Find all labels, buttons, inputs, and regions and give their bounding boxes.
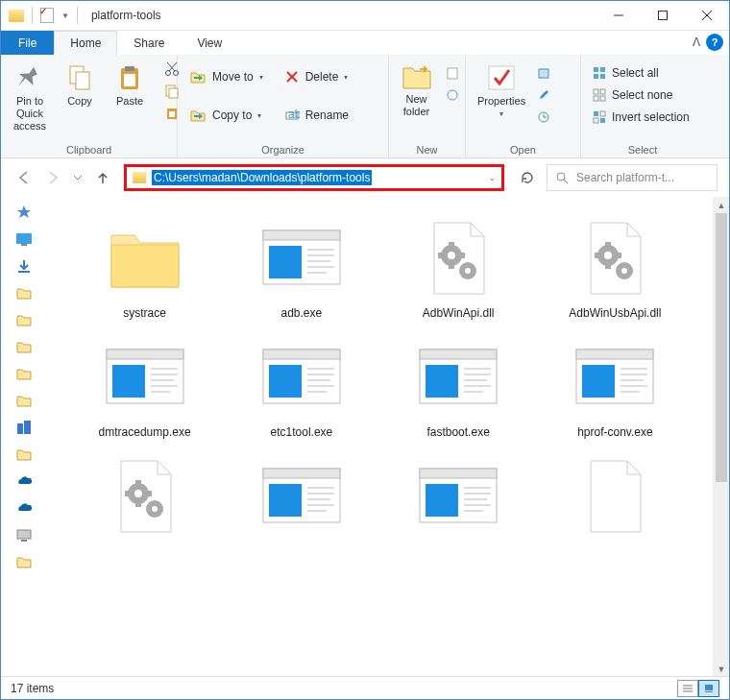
folder-icon[interactable] xyxy=(15,366,33,381)
tab-share[interactable]: Share xyxy=(117,31,181,55)
address-path[interactable]: C:\Users\madan\Downloads\platform-tools xyxy=(152,170,372,185)
svg-rect-41 xyxy=(17,423,23,434)
svg-rect-46 xyxy=(263,230,340,240)
invert-selection-button[interactable]: Invert selection xyxy=(587,107,695,128)
back-button[interactable] xyxy=(12,166,36,189)
folder-icon[interactable] xyxy=(15,285,33,301)
scroll-down-button[interactable]: ▼ xyxy=(714,661,729,677)
svg-rect-8 xyxy=(124,74,135,86)
titlebar-left: ▼ platform-tools xyxy=(1,7,161,24)
move-to-button[interactable]: Move to ▾ xyxy=(183,66,269,87)
folder-icon[interactable] xyxy=(15,554,33,569)
folder-icon xyxy=(9,10,24,22)
file-item[interactable]: etc1tool.exe xyxy=(227,331,376,443)
forward-button[interactable] xyxy=(41,166,64,189)
edit-button[interactable] xyxy=(535,84,552,106)
file-item[interactable] xyxy=(541,450,690,548)
minimize-button[interactable] xyxy=(596,1,641,31)
file-item[interactable] xyxy=(227,450,376,548)
file-item[interactable]: systrace xyxy=(70,212,219,324)
divider xyxy=(32,7,33,24)
file-item[interactable] xyxy=(384,450,533,548)
file-item[interactable] xyxy=(70,450,219,548)
svg-rect-16 xyxy=(169,111,175,117)
ribbon-group-organize: Move to ▾ Copy to ▾ Delete ▾ ab Rename O… xyxy=(178,55,389,157)
svg-rect-22 xyxy=(489,66,514,89)
scroll-up-button[interactable]: ▲ xyxy=(714,197,729,213)
file-item[interactable]: AdbWinUsbApi.dll xyxy=(541,212,690,324)
file-thumb-exe-icon xyxy=(99,335,191,420)
file-item[interactable]: dmtracedump.exe xyxy=(70,331,219,443)
svg-rect-5 xyxy=(76,72,89,89)
move-icon xyxy=(189,68,207,85)
history-button[interactable] xyxy=(535,107,552,128)
navigation-pane[interactable] xyxy=(1,197,47,677)
file-name: AdbWinApi.dll xyxy=(423,306,495,320)
file-thumb-dll-icon xyxy=(412,216,504,301)
recent-button[interactable] xyxy=(70,166,85,189)
file-name: fastboot.exe xyxy=(426,425,489,439)
tab-file[interactable]: File xyxy=(1,31,54,55)
copy-to-button[interactable]: Copy to ▾ xyxy=(183,105,269,126)
copy-button[interactable]: Copy xyxy=(57,59,103,111)
help-icon[interactable]: ? xyxy=(706,34,723,51)
ribbon-group-new: New folder New xyxy=(389,55,466,157)
maximize-button[interactable] xyxy=(641,1,685,31)
ribbon-label: Organize xyxy=(183,142,382,156)
close-button[interactable] xyxy=(685,1,729,31)
open-button[interactable] xyxy=(535,62,552,84)
collapse-ribbon-icon[interactable]: ᐱ xyxy=(693,36,700,49)
scrollbar[interactable]: ▲ ▼ xyxy=(713,197,729,677)
refresh-button[interactable] xyxy=(514,164,541,191)
file-item[interactable]: fastboot.exe xyxy=(384,331,533,443)
pin-quick-access-button[interactable]: Pin to Quick access xyxy=(7,59,53,136)
address-bar[interactable]: C:\Users\madan\Downloads\platform-tools … xyxy=(124,164,504,191)
item-count: 17 items xyxy=(11,682,54,695)
svg-rect-21 xyxy=(448,68,457,79)
chevron-down-icon[interactable]: ▼ xyxy=(61,12,69,20)
address-row: C:\Users\madan\Downloads\platform-tools … xyxy=(1,158,729,197)
file-item[interactable]: AdbWinApi.dll xyxy=(384,212,533,324)
details-view-button[interactable] xyxy=(677,680,698,697)
paste-button[interactable]: Paste xyxy=(107,59,153,111)
desktop-icon[interactable] xyxy=(15,231,33,247)
svg-rect-33 xyxy=(594,111,598,116)
easy-access-button[interactable] xyxy=(444,84,461,106)
downloads-icon[interactable] xyxy=(15,258,33,274)
delete-button[interactable]: Delete ▾ xyxy=(279,66,354,87)
up-button[interactable] xyxy=(91,166,114,189)
tab-home[interactable]: Home xyxy=(54,31,117,55)
buildings-icon[interactable] xyxy=(15,420,33,435)
file-name: AdbWinUsbApi.dll xyxy=(569,306,661,320)
svg-rect-78 xyxy=(420,350,497,359)
scroll-thumb[interactable] xyxy=(716,213,727,482)
thispc-icon[interactable] xyxy=(15,527,33,543)
quick-access-icon[interactable] xyxy=(15,205,33,220)
svg-rect-28 xyxy=(600,74,605,79)
tab-view[interactable]: View xyxy=(181,31,238,55)
folder-icon[interactable] xyxy=(15,393,33,408)
folder-icon[interactable] xyxy=(15,312,33,327)
new-item-button[interactable] xyxy=(444,62,461,84)
properties-button[interactable]: Properties▾ xyxy=(472,59,531,122)
window-controls xyxy=(596,1,729,31)
new-folder-button[interactable]: New folder xyxy=(394,59,440,122)
select-none-button[interactable]: Select none xyxy=(587,84,695,106)
file-item[interactable]: adb.exe xyxy=(227,212,376,324)
file-item[interactable]: hprof-conv.exe xyxy=(541,331,690,443)
select-all-button[interactable]: Select all xyxy=(587,62,695,84)
folder-icon[interactable] xyxy=(15,339,33,354)
rename-button[interactable]: ab Rename xyxy=(279,105,354,126)
large-icons-view-button[interactable] xyxy=(698,680,719,697)
chevron-down-icon[interactable]: ⌄ xyxy=(489,174,496,182)
ribbon-label: Select xyxy=(587,142,698,156)
properties-icon[interactable] xyxy=(40,8,54,23)
onedrive-icon[interactable] xyxy=(15,473,33,489)
svg-point-60 xyxy=(621,268,627,274)
content-area: systraceadb.exeAdbWinApi.dllAdbWinUsbApi… xyxy=(1,197,729,677)
svg-point-58 xyxy=(604,252,612,259)
search-input[interactable]: Search platform-t... xyxy=(547,164,718,191)
file-grid[interactable]: systraceadb.exeAdbWinApi.dllAdbWinUsbApi… xyxy=(47,197,713,677)
folder-icon[interactable] xyxy=(15,447,33,462)
onedrive-icon[interactable] xyxy=(15,500,33,516)
